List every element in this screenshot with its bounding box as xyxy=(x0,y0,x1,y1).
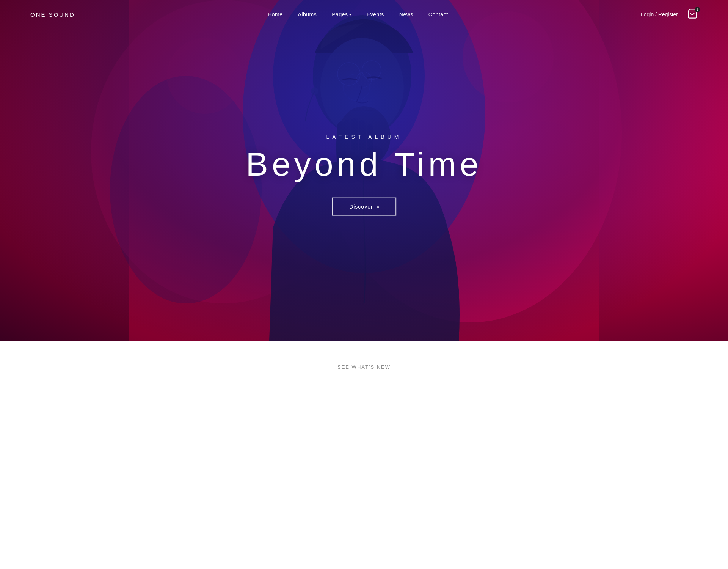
nav-links: Home Albums Pages ▾ Events News Contact xyxy=(268,11,448,18)
nav-item-events[interactable]: Events xyxy=(367,11,384,18)
hero-content: LATEST ALBUM Beyond Time Discover » xyxy=(246,134,482,216)
hero-title: Beyond Time xyxy=(246,147,482,182)
chevron-down-icon: ▾ xyxy=(349,13,351,17)
cart-count: 1 xyxy=(695,7,700,12)
nav-link-albums[interactable]: Albums xyxy=(298,11,317,17)
discover-button[interactable]: Discover » xyxy=(332,198,396,216)
discover-arrows-icon: » xyxy=(377,204,379,210)
nav-right: Login / Register 1 xyxy=(641,8,698,20)
nav-item-albums[interactable]: Albums xyxy=(298,11,317,18)
nav-item-pages[interactable]: Pages ▾ xyxy=(332,11,351,17)
nav-item-news[interactable]: News xyxy=(399,11,413,18)
login-register-link[interactable]: Login / Register xyxy=(641,11,678,17)
discover-label: Discover xyxy=(349,204,373,210)
nav-item-home[interactable]: Home xyxy=(268,11,282,18)
nav-link-contact[interactable]: Contact xyxy=(428,11,448,17)
see-whats-new-label: See what's new xyxy=(337,364,391,370)
nav-link-pages[interactable]: Pages ▾ xyxy=(332,11,351,17)
below-hero-section: See what's new xyxy=(0,341,728,569)
navbar: ONE SOUND Home Albums Pages ▾ Events New… xyxy=(0,0,728,29)
nav-item-contact[interactable]: Contact xyxy=(428,11,448,18)
nav-link-news[interactable]: News xyxy=(399,11,413,17)
nav-link-home[interactable]: Home xyxy=(268,11,282,17)
nav-link-events[interactable]: Events xyxy=(367,11,384,17)
cart-button[interactable]: 1 xyxy=(687,8,698,20)
site-logo[interactable]: ONE SOUND xyxy=(30,11,75,18)
hero-eyebrow: LATEST ALBUM xyxy=(246,134,482,140)
hero-section: ONE SOUND Home Albums Pages ▾ Events New… xyxy=(0,0,728,341)
